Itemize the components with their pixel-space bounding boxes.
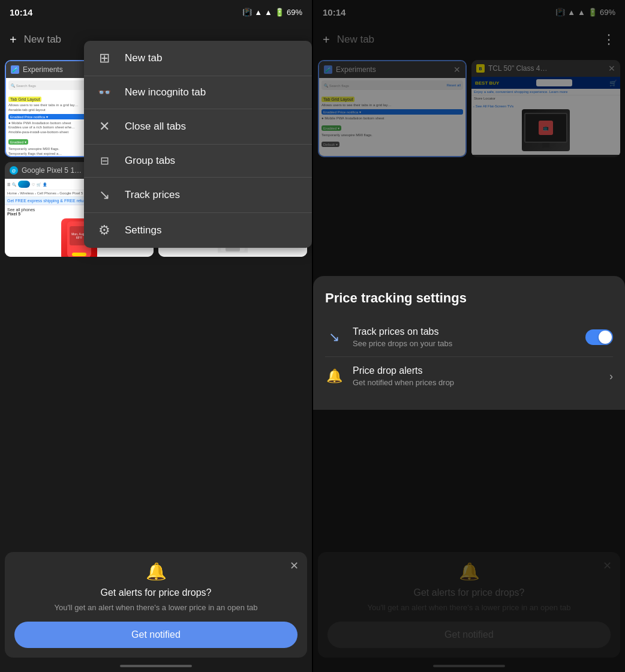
battery-percent: 69% [287,8,302,17]
right-more-button[interactable]: ⋮ [602,32,615,47]
tcl-product-image: 📺 [522,109,570,151]
right-tab-count-label: New tab [337,34,602,46]
exp-badge-2: Enabled ▾ [8,139,28,145]
left-status-bar: 10:14 📳 ▲ ▲ 🔋 69% [0,0,312,24]
left-status-time: 10:14 [10,7,32,17]
right-exp-desc-3: Temporarily unexpire M90 flags. [321,133,463,138]
right-experiments-tab-header: 🧪 Experiments ✕ [319,61,465,78]
tcl-promo-text: Enjoy a safe, convenient shopping experi… [471,89,620,95]
right-top-bar: + New tab ⋮ [313,24,625,55]
menu-new-tab-label: New tab [125,52,162,64]
left-get-notified-button[interactable]: Get notified [14,622,298,648]
menu-new-incognito[interactable]: 👓 New incognito tab [84,76,312,109]
price-drop-alerts-row-icon: 🔔 [325,368,343,384]
tcl-store-locator: Store Locator [471,95,620,101]
settings-icon: ⚙ [96,223,113,238]
add-tab-button[interactable]: + [10,33,17,47]
right-exp-desc-2: ● Mobile PWA Installation bottom sheet [321,116,463,121]
right-exp-badge-2: Enabled ▾ [321,125,341,131]
menu-track-prices[interactable]: ↘ Track prices [84,178,312,212]
right-exp-desc-1: Allows users to see their tabs in a grid… [321,103,463,108]
track-prices-row-icon: ↘ [325,329,343,345]
menu-group-tabs-label: Group tabs [125,155,175,167]
right-tab-grid-layout-tag: Tab Grid Layout [321,97,354,102]
track-prices-toggle[interactable] [585,329,613,345]
group-tabs-icon: ⊟ [96,154,113,167]
right-exp-badge-3: Default ▾ [321,142,339,147]
menu-settings-label: Settings [125,224,161,236]
battery-icon: 🔋 [275,8,284,17]
left-notif-description: You'll get an alert when there's a lower… [14,602,298,614]
menu-incognito-label: New incognito tab [125,86,206,98]
right-notification-card: ✕ 🔔 Get alerts for price drops? You'll g… [318,552,620,658]
left-notification-card: ✕ 🔔 Get alerts for price drops? You'll g… [5,552,307,658]
price-drop-alerts-row[interactable]: 🔔 Price drop alerts Get notified when pr… [325,357,613,395]
vibrate-icon: 📳 [242,8,252,17]
menu-close-all-label: Close all tabs [125,121,186,133]
left-home-indicator [120,665,192,667]
menu-group-tabs[interactable]: ⊟ Group tabs [84,145,312,177]
tcl-tab-card[interactable]: B TCL 50" Class 4… ✕ BEST BUY 🛒 Enjoy a … [471,60,620,157]
right-status-time: 10:14 [323,7,345,17]
tcl-tab-content: BEST BUY 🛒 Enjoy a safe, convenient shop… [471,77,620,155]
left-notif-close-button[interactable]: ✕ [290,559,299,572]
right-wifi-icon: ▲ [567,8,575,17]
right-panel: 10:14 📳 ▲ ▲ 🔋 69% + New tab ⋮ 🧪 Experime… [313,0,625,672]
menu-close-all[interactable]: ✕ Close all tabs [84,109,312,144]
toggle-knob [599,331,612,344]
right-experiments-tab-title: Experiments [336,65,450,74]
price-drop-alerts-row-title: Price drop alerts [353,365,600,376]
tcl-see-all: ‹ See All Flat-Screen TVs [473,104,618,108]
right-experiments-favicon: 🧪 [324,65,332,74]
right-battery-icon: 🔋 [588,8,597,17]
right-status-icons: 📳 ▲ ▲ 🔋 69% [555,8,615,17]
wifi-icon: ▲ [254,8,262,17]
right-experiments-tab-card[interactable]: 🧪 Experiments ✕ 🔍 Search flags Reset all… [318,60,467,157]
right-notif-description: You'll get an alert when there's a lower… [327,602,611,614]
price-modal-title: Price tracking settings [325,290,613,306]
new-tab-icon: ⊞ [96,50,113,66]
track-prices-row-title: Track prices on tabs [353,326,576,337]
right-notif-title: Get alerts for price drops? [327,587,611,598]
signal-icon: ▲ [265,8,272,17]
track-prices-on-tabs-row: ↘ Track prices on tabs See price drops o… [325,318,613,357]
context-menu: ⊞ New tab 👓 New incognito tab ✕ Close al… [84,41,312,248]
tab-grid-layout-tag: Tab Grid Layout [8,97,41,102]
tcl-body: ‹ See All Flat-Screen TVs 📺 [471,103,620,153]
menu-track-prices-label: Track prices [125,189,180,201]
bestbuy-cart-icon: 🛒 [609,80,617,86]
right-experiments-tab-content: 🔍 Search flags Reset all Tab Grid Layout… [319,78,465,156]
track-prices-row-desc: See price drops on your tabs [353,339,576,348]
left-panel: 10:14 📳 ▲ ▲ 🔋 69% + New tab 🧪 Experiment… [0,0,312,672]
right-tab-grid: 🧪 Experiments ✕ 🔍 Search flags Reset all… [313,55,625,162]
right-add-tab-button[interactable]: + [323,33,330,47]
right-notif-close-button[interactable]: ✕ [603,559,612,572]
price-drop-alerts-chevron: › [609,370,613,383]
price-drop-alerts-row-content: Price drop alerts Get notified when pric… [353,365,600,387]
att-favicon: @ [10,166,18,175]
right-experiments-tab-close[interactable]: ✕ [453,65,461,74]
bestbuy-favicon: B [476,64,485,73]
menu-settings[interactable]: ⚙ Settings [84,213,312,248]
experiments-favicon: 🧪 [11,65,19,74]
incognito-icon: 👓 [96,86,113,99]
right-exp-badge-1: Enabled Price notifica ▾ [321,109,463,115]
right-notif-icon: 🔔 [327,562,611,581]
track-prices-row-content: Track prices on tabs See price drops on … [353,326,576,348]
tcl-tab-close[interactable]: ✕ [608,64,615,73]
right-signal-icon: ▲ [578,8,585,17]
right-get-notified-button[interactable]: Get notified [327,622,611,648]
right-exp-search-bar: 🔍 Search flags Reset all [321,80,463,90]
tcl-tab-header: B TCL 50" Class 4… ✕ [471,60,620,77]
price-drop-alerts-row-desc: Get notified when prices drop [353,378,600,387]
track-prices-icon: ↘ [96,187,113,203]
left-status-icons: 📳 ▲ ▲ 🔋 69% [242,8,302,17]
tcl-tab-title: TCL 50" Class 4… [488,64,605,73]
right-home-indicator [433,665,505,667]
menu-new-tab[interactable]: ⊞ New tab [84,41,312,76]
right-status-bar: 10:14 📳 ▲ ▲ 🔋 69% [313,0,625,24]
close-all-icon: ✕ [96,119,113,134]
left-notif-title: Get alerts for price drops? [14,587,298,598]
left-notif-icon: 🔔 [14,562,298,581]
price-tracking-modal: Price tracking settings ↘ Track prices o… [313,276,625,410]
